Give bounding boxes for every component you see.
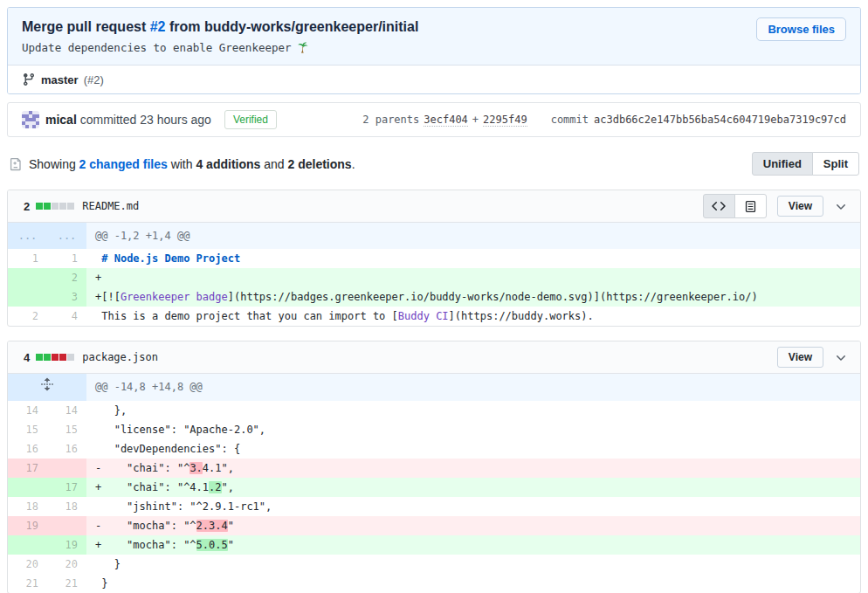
expand-hunk-button[interactable] — [8, 374, 86, 401]
diff-row-context: 11 # Node.js Demo Project — [8, 249, 860, 268]
old-line-number[interactable]: 16 — [8, 439, 47, 459]
diffstat-square-neutral — [59, 203, 66, 210]
parent2-sha-link[interactable]: 2295f49 — [483, 114, 527, 127]
new-line-number[interactable]: 17 — [47, 478, 86, 497]
diffstat-square-added — [44, 203, 51, 210]
file-name-link[interactable]: README.md — [82, 200, 139, 212]
old-line-number[interactable] — [8, 287, 47, 307]
old-line-number[interactable]: 2 — [8, 307, 47, 326]
unified-view-button[interactable]: Unified — [752, 152, 813, 176]
hunk-header: @@ -1,2 +1,4 @@ — [86, 223, 860, 249]
diffstat-square-deleted — [59, 354, 66, 361]
file-changes-count: 4 — [24, 351, 30, 364]
new-line-number[interactable] — [47, 459, 86, 478]
commit-author-link[interactable]: mical — [45, 113, 77, 127]
old-line-number[interactable]: 1 — [8, 249, 47, 268]
diffstat-square-deleted — [52, 354, 59, 361]
diff-toolbar: Showing 2 changed files with 4 additions… — [7, 150, 861, 190]
file-diff-icon — [9, 157, 23, 171]
code-line: "devDependencies": { — [86, 439, 860, 459]
old-line-number[interactable]: 18 — [8, 497, 47, 516]
file-changes-count: 2 — [24, 200, 30, 213]
new-line-number[interactable]: 19 — [47, 535, 86, 555]
pr-number-link[interactable]: #2 — [150, 19, 166, 34]
diff-row-hunk: ......@@ -1,2 +1,4 @@ — [8, 223, 860, 249]
diffstat-square-neutral — [67, 354, 74, 361]
diff-row-del: 19- "mocha": "^2.3.4" — [8, 516, 860, 535]
commit-label: commit — [551, 114, 589, 126]
new-line-number[interactable]: 14 — [47, 401, 86, 420]
commit-title-section: Merge pull request #2 from buddy-works/g… — [8, 8, 860, 65]
new-line-number[interactable]: 4 — [47, 307, 86, 326]
changed-files-link[interactable]: 2 changed files — [79, 157, 168, 171]
view-file-button[interactable]: View — [777, 196, 823, 217]
new-line-number[interactable]: 1 — [47, 249, 86, 268]
diff-table: @@ -14,8 +14,8 @@1414 },1515 "license": … — [8, 374, 860, 593]
code-line: } — [86, 574, 860, 593]
commit-description: Update dependencies to enable Greenkeepe… — [22, 41, 846, 54]
code-line: + — [86, 268, 860, 287]
old-line-number[interactable]: 14 — [8, 401, 47, 420]
new-line-number[interactable] — [47, 516, 86, 535]
diff-row-add: 17+ "chai": "^4.1.2", — [8, 478, 860, 497]
new-line-number[interactable]: 3 — [47, 287, 86, 307]
commit-page: Merge pull request #2 from buddy-works/g… — [0, 0, 868, 593]
new-line-number[interactable]: 15 — [47, 420, 86, 439]
code-line: + "mocha": "^5.0.5" — [86, 535, 860, 555]
file-menu-chevron[interactable] — [830, 197, 851, 215]
rendered-view-button[interactable] — [734, 194, 767, 218]
old-line-number[interactable] — [8, 535, 47, 555]
diff-row-add: 3+[![Greenkeeper badge](https://badges.g… — [8, 287, 860, 307]
branch-name[interactable]: master — [41, 73, 79, 86]
code-line: - "mocha": "^2.3.4" — [86, 516, 860, 535]
old-line-number[interactable]: 17 — [8, 459, 47, 478]
deletions-count: 2 deletions — [287, 157, 351, 171]
commit-title: Merge pull request #2 from buddy-works/g… — [22, 19, 418, 35]
diff-row-add: 19+ "mocha": "^5.0.5" — [8, 535, 860, 555]
diff-row-context: 1616 "devDependencies": { — [8, 439, 860, 459]
commit-title-suffix: from buddy-works/greenkeeper/initial — [169, 19, 418, 34]
new-line-number[interactable]: 20 — [47, 555, 86, 574]
commit-meta-box: mical committed 23 hours ago Verified 2 … — [7, 102, 861, 137]
old-line-number[interactable] — [8, 478, 47, 497]
unfold-icon — [40, 377, 54, 391]
old-line-number[interactable]: 20 — [8, 555, 47, 574]
new-line-number[interactable]: 16 — [47, 439, 86, 459]
plus-separator: + — [472, 114, 479, 126]
branch-pr-ref[interactable]: (#2) — [84, 73, 104, 86]
committed-text: committed 23 hours ago — [80, 113, 211, 127]
chevron-down-icon — [834, 199, 848, 213]
old-line-number[interactable]: 21 — [8, 574, 47, 593]
code-line: - "chai": "^3.4.1", — [86, 459, 860, 478]
diffstat-square-added — [36, 354, 43, 361]
diffstat-square-added — [36, 203, 43, 210]
code-line: + "chai": "^4.1.2", — [86, 478, 860, 497]
diff-table: ......@@ -1,2 +1,4 @@11 # Node.js Demo P… — [8, 223, 860, 326]
new-line-number[interactable]: 2 — [47, 268, 86, 287]
code-line: +[![Greenkeeper badge](https://badges.gr… — [86, 287, 860, 307]
source-view-button[interactable] — [703, 194, 735, 218]
browse-files-button[interactable]: Browse files — [756, 17, 846, 41]
old-line-number[interactable] — [8, 268, 47, 287]
old-line-number[interactable]: 19 — [8, 516, 47, 535]
split-view-button[interactable]: Split — [812, 152, 859, 176]
diffstat — [36, 354, 74, 361]
new-line-number[interactable]: 18 — [47, 497, 86, 516]
new-line-number[interactable]: 21 — [47, 574, 86, 593]
file-icon — [744, 200, 757, 213]
git-branch-icon — [22, 72, 36, 86]
diff-row-hunk: @@ -14,8 +14,8 @@ — [8, 374, 860, 401]
diff-row-context: 2020 } — [8, 555, 860, 574]
diff-row-context: 1515 "license": "Apache-2.0", — [8, 420, 860, 439]
branch-row: master (#2) — [8, 65, 860, 93]
verified-badge[interactable]: Verified — [224, 110, 277, 129]
file-menu-chevron[interactable] — [830, 348, 851, 366]
commit-parents-info: 2 parents 3ecf404 + 2295f49 commit ac3db… — [362, 114, 846, 127]
view-file-button[interactable]: View — [777, 347, 823, 368]
file-name-link[interactable]: package.json — [82, 351, 158, 363]
avatar[interactable] — [22, 111, 39, 128]
showing-summary: Showing 2 changed files with 4 additions… — [9, 157, 355, 171]
hunk-gutter: ... — [8, 223, 47, 249]
old-line-number[interactable]: 15 — [8, 420, 47, 439]
parent1-sha-link[interactable]: 3ecf404 — [424, 114, 468, 127]
